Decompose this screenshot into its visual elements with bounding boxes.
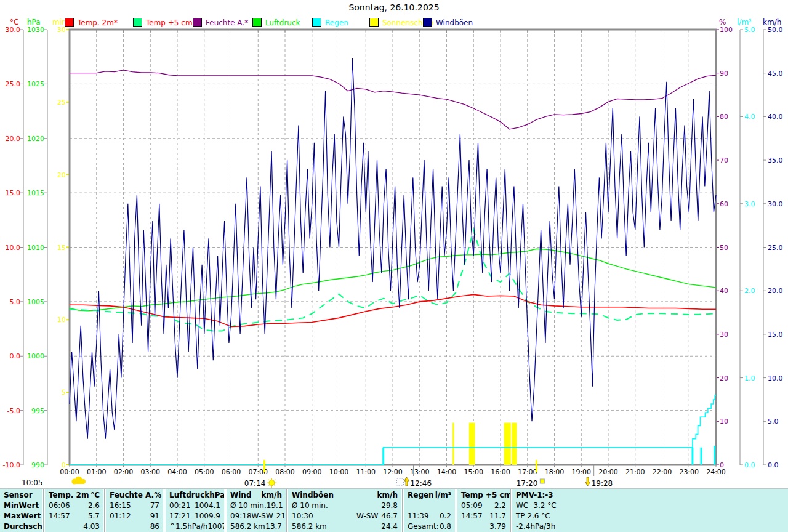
svg-text:10: 10 bbox=[720, 417, 728, 425]
table-header: Sensor bbox=[4, 490, 39, 501]
svg-text:12:46: 12:46 bbox=[411, 479, 432, 488]
legend-item-temp-+5-cm: Temp +5 cm bbox=[133, 18, 193, 27]
svg-text:15.0: 15.0 bbox=[768, 331, 783, 339]
table-cell: 21.2 bbox=[276, 511, 286, 522]
table-cell: 11:39 bbox=[408, 511, 429, 522]
table-header: PMV-1:-3 bbox=[516, 490, 784, 501]
svg-text:25.0: 25.0 bbox=[768, 244, 783, 252]
table-cell: 14:57 bbox=[461, 511, 483, 522]
svg-text:1010: 1010 bbox=[27, 244, 44, 252]
weather-chart-svg: °C30.025.020.015.010.05.00.0-5.0-10.0hPa… bbox=[0, 0, 788, 488]
table-cell: MinWert bbox=[4, 501, 39, 511]
table-cell: 3.79 bbox=[489, 522, 506, 532]
table-column-luftdruck: LuftdruckhPa00:211004.117:211009.9^1.5hP… bbox=[166, 489, 224, 532]
x-tick-label: 19:00 bbox=[571, 468, 591, 476]
x-tick-label: 08:00 bbox=[275, 468, 295, 476]
svg-text:07:14: 07:14 bbox=[244, 479, 266, 488]
table-cell: 77 bbox=[150, 501, 159, 511]
table-row: MinWert bbox=[4, 501, 39, 511]
table-row: 10:30W-SW46.7 bbox=[292, 511, 398, 522]
table-row: 17:211009.9 bbox=[169, 511, 220, 522]
table-cell: 13.7 bbox=[265, 522, 282, 532]
sunset-icon bbox=[540, 479, 544, 483]
table-cell: km/h bbox=[377, 490, 398, 501]
svg-text:0.0: 0.0 bbox=[10, 352, 21, 360]
svg-text:1015: 1015 bbox=[27, 189, 44, 197]
legend-label: Windböen bbox=[436, 18, 473, 27]
legend-label: Temp +5 cm bbox=[146, 18, 193, 27]
table-row: 14:5711.7 bbox=[461, 511, 506, 522]
legend-item-luftdruck: Luftdruck bbox=[252, 18, 300, 27]
table-cell: W-SW bbox=[252, 511, 273, 522]
svg-text:3.0: 3.0 bbox=[744, 200, 755, 208]
table-cell: 16:15 bbox=[110, 501, 131, 511]
table-cell: Sensor bbox=[4, 490, 33, 501]
table-cell: PMV-1:-3 bbox=[516, 490, 553, 501]
y-axis-rain bbox=[740, 30, 743, 465]
table-row: -2.4hPa/3h bbox=[516, 522, 784, 532]
transit-box-icon bbox=[397, 478, 404, 485]
x-tick-label: 11:00 bbox=[356, 468, 376, 476]
x-tick-label: 10:00 bbox=[329, 468, 349, 476]
x-tick-label: 01:00 bbox=[87, 468, 107, 476]
svg-text:5.0: 5.0 bbox=[10, 298, 21, 306]
table-cell: Feuchte A. bbox=[110, 490, 154, 501]
table-cell bbox=[483, 511, 490, 522]
svg-text:80: 80 bbox=[720, 113, 728, 121]
table-cell bbox=[328, 501, 381, 511]
table-header: Temp. 2m°C bbox=[49, 490, 100, 501]
table-cell: 10:30 bbox=[292, 511, 313, 522]
table-row: WC -3.2 °C bbox=[516, 501, 784, 511]
table-cell bbox=[49, 522, 83, 532]
svg-text:0.0: 0.0 bbox=[768, 461, 779, 469]
svg-text:10.0: 10.0 bbox=[768, 374, 783, 382]
x-tick-label: 18:00 bbox=[545, 468, 565, 476]
table-cell: 14:57 bbox=[49, 511, 70, 522]
table-cell bbox=[553, 490, 784, 501]
svg-text:5: 5 bbox=[62, 389, 66, 397]
table-cell: 2.6 bbox=[88, 501, 100, 511]
table-cell: 00:21 bbox=[169, 501, 191, 511]
legend-label: Feuchte A.* bbox=[206, 18, 248, 27]
table-cell: km/h bbox=[262, 490, 282, 501]
svg-text:4.0: 4.0 bbox=[744, 113, 755, 121]
table-cell: 1007.4 bbox=[207, 522, 224, 532]
svg-text:70: 70 bbox=[720, 156, 728, 164]
table-cell: Ø 10 min. bbox=[292, 501, 328, 511]
table-cell: Durchschnitt bbox=[4, 522, 42, 532]
legend-swatch bbox=[423, 18, 432, 27]
svg-text:5.0: 5.0 bbox=[768, 417, 779, 425]
table-cell bbox=[408, 501, 451, 511]
legend-label: Luftdruck bbox=[265, 18, 300, 27]
table-cell: 5.7 bbox=[88, 511, 100, 522]
svg-text:15: 15 bbox=[57, 244, 66, 252]
legend-swatch bbox=[369, 18, 379, 27]
table-cell: MaxWert bbox=[4, 511, 41, 522]
table-cell: Temp +5 cm bbox=[461, 490, 510, 501]
table-cell bbox=[313, 511, 356, 522]
table-row: MaxWert bbox=[4, 511, 39, 522]
table-cell bbox=[334, 490, 377, 501]
table-cell: 19.1 bbox=[267, 501, 283, 511]
svg-text:1005: 1005 bbox=[27, 298, 44, 306]
table-cell bbox=[429, 511, 440, 522]
x-tick-label: 15:00 bbox=[464, 468, 483, 476]
table-cell bbox=[327, 522, 381, 532]
cloud-icon bbox=[72, 477, 86, 485]
x-tick-label: 09:00 bbox=[302, 468, 322, 476]
y-axis-press bbox=[44, 30, 47, 465]
x-tick-label: 00:00 bbox=[60, 468, 79, 476]
table-cell: °C bbox=[90, 490, 100, 501]
legend-swatch bbox=[133, 18, 142, 27]
table-row: Ø 10 min.29.8 bbox=[292, 501, 398, 511]
table-cell bbox=[131, 501, 150, 511]
svg-text:1020: 1020 bbox=[27, 135, 44, 143]
table-cell: 24.4 bbox=[381, 522, 398, 532]
table-column-sensor: SensorMinWertMaxWertDurchschnitt bbox=[0, 489, 42, 532]
table-row: TP 2.6 °C bbox=[516, 511, 784, 522]
x-tick-label: 13:00 bbox=[410, 468, 430, 476]
table-column-wind: Windkm/hØ 10 min.19.109:18W-SW21.2586.2 … bbox=[227, 489, 286, 532]
table-cell: 29.8 bbox=[381, 501, 398, 511]
x-tick-label: 03:00 bbox=[140, 468, 160, 476]
svg-text:45.0: 45.0 bbox=[768, 70, 783, 78]
